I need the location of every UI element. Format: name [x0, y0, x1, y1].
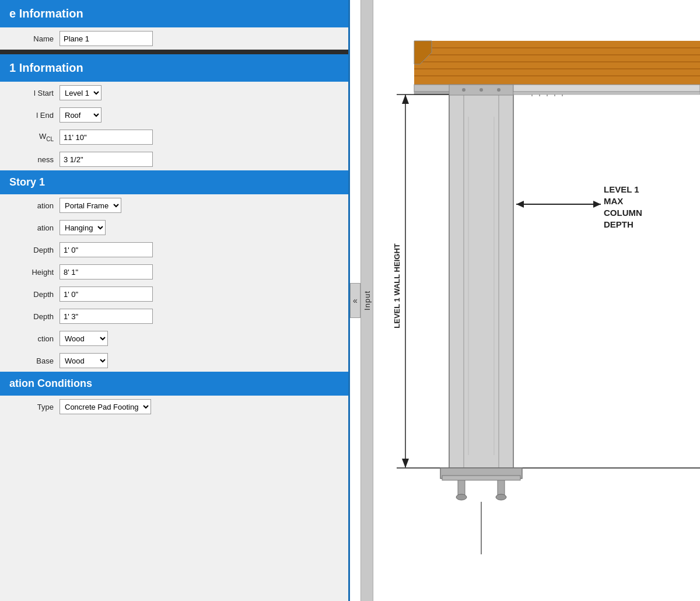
wcl-group: WCL — [0, 126, 348, 148]
collapse-icon: « — [353, 296, 358, 305]
svg-point-16 — [480, 88, 483, 92]
column-depth-label-line2: MAX — [604, 196, 623, 206]
level-end-group: l End Level 1 Roof — [0, 104, 348, 126]
level-end-label: l End — [7, 111, 60, 120]
wcl-input[interactable] — [60, 130, 153, 145]
name-group: Name — [0, 27, 348, 50]
foundation-header: ation Conditions — [0, 372, 348, 396]
top-depth-input[interactable] — [60, 286, 153, 302]
thickness-label: ness — [7, 155, 60, 164]
svg-point-15 — [462, 88, 466, 92]
bolt-head-left — [456, 494, 467, 500]
column-main — [449, 95, 513, 468]
thickness-input[interactable] — [60, 152, 153, 167]
level-start-select[interactable]: Level 1 Level 2 Roof — [60, 85, 102, 100]
svg-marker-11 — [516, 201, 524, 208]
story-header: Story 1 — [0, 170, 348, 194]
plane-header-text: e Information — [9, 7, 83, 20]
base-group: Base Wood Steel Concrete — [0, 350, 348, 372]
column-depth-label-line4: DEPTH — [604, 219, 634, 229]
foundation-type-group: Type Concrete Pad Footing Spread Footing… — [0, 396, 348, 418]
wall-information-header: 1 Information — [0, 54, 348, 82]
svg-point-17 — [497, 88, 501, 92]
diagram-area: LEVEL 1 MAX COLUMN DEPTH LEVEL 1 WALL HE… — [373, 0, 700, 601]
foundation-type-select[interactable]: Concrete Pad Footing Spread Footing None — [60, 399, 151, 414]
collapse-button[interactable]: « — [350, 283, 360, 318]
column-depth-group: Depth — [0, 239, 348, 261]
top-depth-group: Depth — [0, 283, 348, 305]
svg-marker-12 — [593, 201, 601, 208]
svg-marker-13 — [402, 95, 409, 104]
wcl-label: WCL — [7, 132, 60, 142]
input-tab[interactable]: Input — [360, 0, 373, 601]
svg-rect-23 — [513, 92, 700, 95]
location-label: ation — [7, 223, 60, 232]
base-label: Base — [7, 357, 60, 365]
plane-information-header: e Information — [0, 0, 348, 27]
left-panel: e Information Name 1 Information l Start… — [0, 0, 350, 601]
column-depth-input[interactable] — [60, 242, 153, 257]
base-depth-label: Depth — [7, 312, 60, 321]
base-depth-group: Depth — [0, 305, 348, 327]
story-header-text: Story 1 — [9, 176, 45, 188]
right-plate — [513, 85, 700, 92]
level-start-label: l Start — [7, 89, 60, 97]
wall-header-text: 1 Information — [9, 61, 83, 74]
section-divider-1 — [0, 50, 348, 54]
column-depth-label: Depth — [7, 246, 60, 254]
top-depth-label: Depth — [7, 290, 60, 299]
base-select[interactable]: Wood Steel Concrete — [60, 353, 108, 368]
name-label: Name — [7, 34, 60, 43]
base-depth-input[interactable] — [60, 309, 153, 324]
foundation-header-text: ation Conditions — [9, 378, 92, 389]
section-group: ction Wood Steel Concrete — [0, 327, 348, 350]
svg-marker-14 — [402, 459, 409, 468]
input-tab-label: Input — [363, 291, 372, 310]
footing-detail — [442, 476, 520, 480]
configuration-group: ation Portal Frame Shear Wall None — [0, 194, 348, 216]
configuration-label: ation — [7, 201, 60, 210]
thickness-group: ness — [0, 148, 348, 170]
diagram-svg: LEVEL 1 MAX COLUMN DEPTH LEVEL 1 WALL HE… — [373, 0, 700, 601]
wall-height-text: LEVEL 1 WALL HEIGHT — [393, 243, 401, 328]
anchor-bolt-left — [458, 478, 465, 496]
level-end-select[interactable]: Level 1 Roof — [60, 107, 102, 123]
anchor-bolt-right — [498, 478, 505, 496]
location-group: ation Hanging Sitting — [0, 216, 348, 239]
right-panel: « Input — [350, 0, 700, 601]
name-input[interactable] — [60, 31, 153, 46]
wall-height-input[interactable] — [60, 264, 153, 279]
wall-height-label: Height — [7, 268, 60, 277]
level-start-group: l Start Level 1 Level 2 Roof — [0, 82, 348, 104]
column-depth-label-line1: LEVEL 1 — [604, 184, 639, 194]
foundation-type-label: Type — [7, 403, 60, 411]
section-select[interactable]: Wood Steel Concrete — [60, 331, 108, 346]
wall-height-group: Height — [0, 261, 348, 283]
location-select[interactable]: Hanging Sitting — [60, 220, 106, 235]
bolt-head-right — [496, 494, 506, 500]
configuration-select[interactable]: Portal Frame Shear Wall None — [60, 198, 121, 213]
column-depth-label-line3: COLUMN — [604, 208, 642, 218]
section-label: ction — [7, 334, 60, 343]
